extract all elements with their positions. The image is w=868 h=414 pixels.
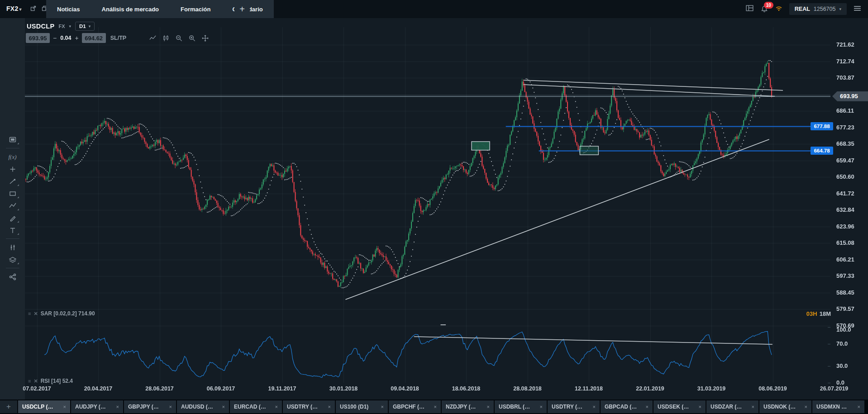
tab-close-icon[interactable]: × (805, 404, 807, 409)
menu-tab-noticias[interactable]: Noticias (46, 0, 91, 18)
indicator-remove-icon[interactable]: ✕ (33, 378, 38, 384)
pencil-icon[interactable] (5, 212, 20, 224)
instrument-tab-label: AUDJPY (… (75, 404, 106, 410)
volume-profile-icon[interactable] (5, 241, 20, 253)
instrument-tab[interactable]: USDCLP (…× (18, 400, 70, 413)
instrument-tab[interactable]: GBPCAD (…× (601, 400, 653, 413)
instrument-tab[interactable]: USDTRY (…× (548, 400, 600, 413)
candle-countdown: 03H18M (806, 310, 831, 317)
tab-close-icon[interactable]: × (63, 404, 66, 409)
tab-close-icon[interactable]: × (752, 404, 754, 409)
tab-close-icon[interactable]: × (222, 404, 225, 409)
notification-badge: 10 (764, 2, 773, 9)
line-chart-type-icon[interactable] (149, 34, 157, 42)
account-selector[interactable]: REAL 1256705 ▾ (789, 3, 847, 15)
hamburger-menu-icon[interactable] (853, 4, 862, 14)
candlestick-chart-type-icon[interactable] (162, 34, 170, 42)
instrument-tab[interactable]: GBPJPY (…× (124, 400, 176, 413)
connection-wifi-icon (775, 4, 783, 14)
tab-close-icon[interactable]: × (328, 404, 331, 409)
sell-price-button[interactable]: 693.95 (26, 33, 50, 43)
tab-close-icon[interactable]: × (169, 404, 172, 409)
market-type[interactable]: FX (58, 24, 65, 29)
tab-close-icon[interactable]: × (381, 404, 384, 409)
instrument-tab[interactable]: USDBRL (…× (495, 400, 547, 413)
instrument-tab[interactable]: GBPCHF (…× (389, 400, 441, 413)
tab-close-icon[interactable]: × (434, 404, 437, 409)
instrument-tab[interactable]: US100 (D1)× (336, 400, 388, 413)
tab-close-icon[interactable]: × (646, 404, 649, 409)
price-level-tag: 677.88 (811, 122, 833, 130)
menu-tab-an-lisis-de-mercado[interactable]: Análisis de mercado (91, 0, 170, 18)
zoom-out-icon[interactable] (175, 34, 183, 42)
zoom-in-icon[interactable] (188, 34, 196, 42)
instrument-tab[interactable]: NZDJPY (…× (442, 400, 494, 413)
zigzag-icon[interactable] (5, 200, 20, 212)
tab-close-icon[interactable]: × (487, 404, 490, 409)
price-level-tag: 664.78 (811, 147, 833, 155)
timeframe-selector[interactable]: D1 ▾ (75, 22, 95, 31)
rsi-tick-label: 70.0 (836, 340, 848, 347)
instrument-tab-label: USDTRY (… (287, 404, 318, 410)
popout-icon[interactable] (30, 5, 37, 12)
tab-close-icon[interactable]: × (540, 404, 543, 409)
price-chart-canvas[interactable] (25, 18, 868, 400)
rsi-tick-label: 30.0 (836, 362, 848, 369)
date-tick-label: 06.09.2017 (207, 385, 235, 392)
date-tick-label: 18.06.2018 (452, 385, 481, 392)
instrument-tab-bar: + USDCLP (…×AUDJPY (…×GBPJPY (…×AUDUSD (… (0, 400, 868, 414)
chart-panel: USDCLP FX ▾ D1 ▾ 693.95 − 0.04 + 694.62 … (25, 18, 868, 400)
indicator-settings-icon[interactable]: ≡ (28, 311, 31, 316)
instrument-tab-label: USDCLP (… (22, 404, 53, 410)
instrument-tab-label: GBPJPY (… (128, 404, 159, 410)
chart-header: USDCLP FX ▾ D1 ▾ 693.95 − 0.04 + 694.62 … (25, 18, 296, 50)
fx-indicator-icon[interactable]: f(x) (5, 151, 20, 163)
instrument-tab[interactable]: AUDJPY (…× (71, 400, 123, 413)
buy-price-button[interactable]: 694.62 (82, 33, 106, 43)
indicator-remove-icon[interactable]: ✕ (33, 311, 38, 317)
share-icon[interactable] (5, 271, 20, 283)
chevron-down-icon: ▾ (69, 24, 71, 29)
instrument-tab[interactable]: USDZAR (…× (706, 400, 758, 413)
symbol-name: USDCLP (27, 23, 54, 30)
add-workspace-tab-button[interactable]: + (234, 0, 250, 18)
instrument-tab[interactable]: USDNOK (…× (759, 400, 811, 413)
decrease-volume-button[interactable]: − (53, 34, 57, 42)
sltp-button[interactable]: SL/TP (110, 35, 126, 41)
instrument-tab-label: USDMXN … (816, 404, 847, 410)
indicator-settings-icon[interactable]: ≡ (28, 378, 31, 384)
price-tick-label: 668.35 (836, 140, 854, 147)
trend-line-icon[interactable] (5, 175, 20, 187)
menu-tab-formaci-n[interactable]: Formación (170, 0, 221, 18)
instrument-tab-label: USDSEK (… (658, 404, 689, 410)
tab-close-icon[interactable]: × (275, 404, 278, 409)
tab-close-icon[interactable]: × (858, 404, 860, 409)
rectangle-icon[interactable] (5, 187, 20, 200)
instrument-tab-label: USDTRY (… (552, 404, 582, 410)
tab-close-icon[interactable]: × (116, 404, 119, 409)
pan-move-icon[interactable] (201, 34, 209, 42)
toolbar-divider (6, 238, 19, 239)
layers-icon[interactable] (5, 253, 20, 266)
tab-close-icon[interactable]: × (699, 404, 701, 409)
add-instrument-tab-button[interactable]: + (0, 400, 17, 413)
increase-volume-button[interactable]: + (75, 34, 79, 42)
instrument-tab[interactable]: EURCAD (…× (230, 400, 282, 413)
add-icon[interactable] (5, 163, 20, 175)
instrument-tab[interactable]: USDTRY (…× (283, 400, 335, 413)
app-logo[interactable]: FX2▾ (6, 5, 22, 12)
account-number: 1256705 (814, 6, 836, 12)
instrument-tab[interactable]: USDMXN …× (812, 400, 864, 413)
instrument-tab-label: USDNOK (… (763, 404, 796, 410)
text-tool-icon[interactable] (5, 224, 20, 236)
layout-icon[interactable] (745, 4, 754, 14)
chart-window-icon[interactable] (5, 133, 20, 146)
instrument-tab[interactable]: AUDUSD (…× (177, 400, 229, 413)
top-bar: FX2▾ NoticiasAnálisis de mercadoFormació… (0, 0, 868, 18)
top-right-controls: 10 REAL 1256705 ▾ (745, 0, 868, 18)
notifications-button[interactable]: 10 (760, 5, 768, 13)
spread-value: 0.04 (60, 35, 71, 41)
price-tick-label: 686.11 (836, 107, 854, 114)
tab-close-icon[interactable]: × (593, 404, 596, 409)
instrument-tab[interactable]: USDSEK (…× (653, 400, 706, 413)
